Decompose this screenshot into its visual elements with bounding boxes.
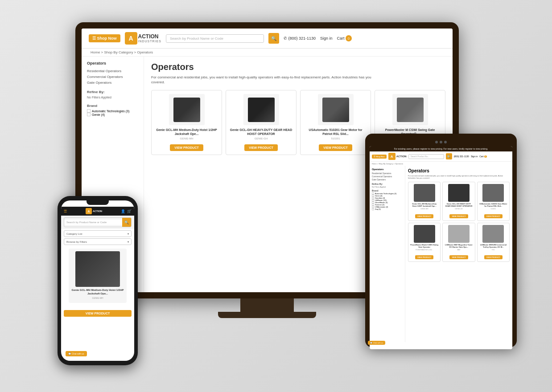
phone-search-input[interactable]: Search by Product Name or Code — [64, 220, 122, 225]
tablet-product-grid: Genie GCL-MH Medium-Duty Hoist 1/2HP Jac… — [408, 182, 510, 261]
cart-link[interactable]: Cart 0 — [337, 35, 352, 41]
tablet-sidebar-residential[interactable]: Residential Operators — [372, 172, 403, 175]
tablet-product-name-3: USAutomatic 510201 Gear Motor for Patrio… — [479, 203, 507, 208]
phone-header: ☰ A ACTION 👤 🛒 — [61, 207, 134, 216]
tablet-top-bar: For existing users, please register to v… — [370, 146, 512, 151]
tablet-view-btn-2[interactable]: VIEW PRODUCT — [449, 214, 468, 218]
phone-cart-icon[interactable]: 🛒 — [127, 209, 132, 213]
sign-in-link[interactable]: Sign in — [320, 36, 333, 41]
shop-now-button[interactable]: ☰ Shop Now — [89, 34, 120, 42]
tablet-camera-area — [370, 139, 512, 146]
phone-product-name: Genie GCL-MH Medium-Duty Hoist 1/2HP Jac… — [71, 289, 124, 296]
tablet-sidebar-gate[interactable]: Gate Operators — [372, 178, 403, 181]
tablet-breadcrumb: Home > Shop By Category > Operators — [370, 162, 512, 166]
phone-search-button[interactable]: 🔍 — [122, 218, 131, 227]
monitor-base — [218, 312, 316, 318]
brand-auto-tech[interactable]: Automatic Technologies (3) — [87, 109, 138, 113]
tablet-chat-button[interactable]: 💬 Chat with us — [370, 341, 385, 345]
product-sku-1: GENIE-MH — [155, 137, 218, 140]
checkbox[interactable] — [87, 113, 91, 116]
desktop-header-actions: ✆ (800) 321-1130 Sign in Cart 0 — [284, 35, 352, 41]
tablet-img-inner-6 — [482, 225, 504, 243]
phone-filter-select[interactable]: Browse by Filters ▾ — [64, 238, 132, 245]
monitor-stand — [240, 298, 294, 312]
tablet-search-input[interactable]: Search Product Na... — [408, 154, 444, 159]
product-img-inner-3 — [322, 98, 349, 122]
tablet-view-btn-6[interactable]: VIEW PRODUCT — [484, 255, 503, 259]
sidebar-link-residential[interactable]: Residential Operators — [87, 68, 138, 74]
tablet-sidebar-commercial[interactable]: Commercial Operators — [372, 175, 403, 178]
tablet-sidebar-title: Operators — [372, 168, 403, 171]
search-placeholder-text: Search by Product Name or Code — [170, 37, 223, 41]
tablet-view-btn-5[interactable]: VIEW PRODUCT — [449, 255, 468, 259]
logo-icon: A — [125, 32, 137, 45]
product-card-2: Genie GCL-GH HEAVY-DUTY GEAR HEAD HOIST … — [226, 90, 297, 155]
no-filters: No Filters Applied — [87, 95, 138, 99]
tablet-brand-label: Brand — [372, 189, 403, 192]
product-image-1 — [169, 94, 205, 125]
tablet-logo: A ACTION — [388, 153, 407, 160]
tablet-brand-zap[interactable]: Zap (3) — [372, 208, 403, 210]
tablet-view-btn-4[interactable]: VIEW PRODUCT — [415, 255, 433, 259]
tablet-product-name-1: Genie GCL-MH Medium-Duty Hoist 1/2HP Jac… — [410, 203, 438, 208]
tablet-img-inner-5 — [448, 225, 470, 243]
desktop-header: ☰ Shop Now A ACTION INDUSTRIES Search by… — [82, 29, 453, 49]
phone-chat-button[interactable]: 💬 Chat with us — [66, 351, 87, 356]
view-product-button-2[interactable]: VIEW PRODUCT — [244, 144, 277, 151]
tablet-cart[interactable]: Cart 0 — [479, 155, 487, 158]
phone-device: ☰ A ACTION 👤 🛒 Search by Product Name or… — [58, 196, 138, 365]
tablet-product-sku-6: TDC — [479, 249, 507, 251]
checkbox[interactable] — [87, 109, 91, 113]
filter-chevron-icon: ▾ — [128, 240, 129, 243]
product-sku-3: 510201 — [304, 137, 367, 140]
scene: ☰ Shop Now A ACTION INDUSTRIES Search by… — [31, 13, 521, 379]
tablet-view-btn-1[interactable]: VIEW PRODUCT — [415, 214, 433, 218]
tablet-header-actions: (800) 321-1130 Sign in Cart 0 — [454, 155, 487, 158]
phone-header-icons: 👤 🛒 — [121, 209, 132, 213]
tablet-view-btn-3[interactable]: VIEW PRODUCT — [484, 214, 503, 218]
tablet-page-desc: For commercial and residential jobs, you… — [408, 175, 510, 179]
tablet-product-name-5: LiftMaster MAT Mega-Arm Tower DC Barrier… — [445, 244, 473, 249]
phone-search-bar: Search by Product Name or Code 🔍 — [64, 217, 132, 227]
tablet-product-img-6 — [482, 225, 504, 243]
phone-chat-icon: 💬 — [68, 352, 71, 355]
phone-view-product-button[interactable]: VIEW PRODUCT — [64, 310, 132, 317]
phone-menu-icon[interactable]: ☰ — [64, 209, 67, 213]
phone-chat-label: Chat with us — [72, 352, 84, 355]
logo-sub: INDUSTRIES — [138, 40, 161, 43]
tablet-product-sku-1: GENIE-MH — [410, 208, 438, 210]
logo-text-block: ACTION INDUSTRIES — [138, 34, 161, 43]
sidebar-link-gate[interactable]: Gate Operators — [87, 80, 138, 86]
tablet-product-sku-5: MAT — [445, 249, 473, 251]
phone-screen-inner: ☰ A ACTION 👤 🛒 Search by Product Name or… — [61, 200, 134, 361]
tablet-search-button[interactable]: 🔍 — [446, 153, 452, 159]
tablet-screen: For existing users, please register to v… — [370, 146, 512, 349]
tablet-product-1: Genie GCL-MH Medium-Duty Hoist 1/2HP Jac… — [408, 182, 441, 221]
desktop-search-button[interactable]: 🔍 — [268, 33, 279, 44]
view-product-button-1[interactable]: VIEW PRODUCT — [170, 144, 203, 151]
tablet-img-inner-1 — [414, 184, 435, 202]
tablet-main: Operators For commercial and residential… — [405, 166, 512, 342]
desktop-search-container[interactable]: Search by Product Name or Code — [166, 34, 264, 43]
phone-category-select[interactable]: Category List ▾ — [64, 230, 132, 237]
tablet-phone: (800) 321-1130 — [454, 155, 469, 158]
sidebar-link-commercial[interactable]: Commercial Operators — [87, 74, 138, 80]
refine-label: Refine By: — [87, 90, 138, 94]
phone-product-area: Genie GCL-MH Medium-Duty Hoist 1/2HP Jac… — [61, 246, 134, 308]
phone-logo-text: ACTION — [93, 210, 102, 212]
checkbox[interactable] — [372, 208, 374, 210]
tablet-no-filters: No Filters Applied — [372, 186, 403, 188]
phone-notch — [87, 200, 109, 205]
tablet-product-name-2: Genie GCL-GH HEAVY-DUTY GEAR HEAD HOIST … — [445, 203, 473, 208]
tablet-sign-in[interactable]: Sign in — [471, 155, 478, 158]
phone-user-icon[interactable]: 👤 — [121, 209, 125, 213]
phone-logo: A ACTION — [86, 208, 102, 214]
tablet-shop-now[interactable]: ☰ Shop Now — [372, 155, 387, 159]
logo-name: ACTION — [138, 34, 161, 40]
sidebar-refine: Refine By: No Filters Applied — [87, 90, 138, 99]
brand-genie[interactable]: Genie (4) — [87, 113, 138, 116]
view-product-button-3[interactable]: VIEW PRODUCT — [319, 144, 352, 151]
tablet-nav: ☰ Shop Now A ACTION Search Product Na...… — [370, 151, 512, 162]
product-img-inner-2 — [248, 98, 275, 122]
phone-logo-icon: A — [86, 208, 92, 214]
